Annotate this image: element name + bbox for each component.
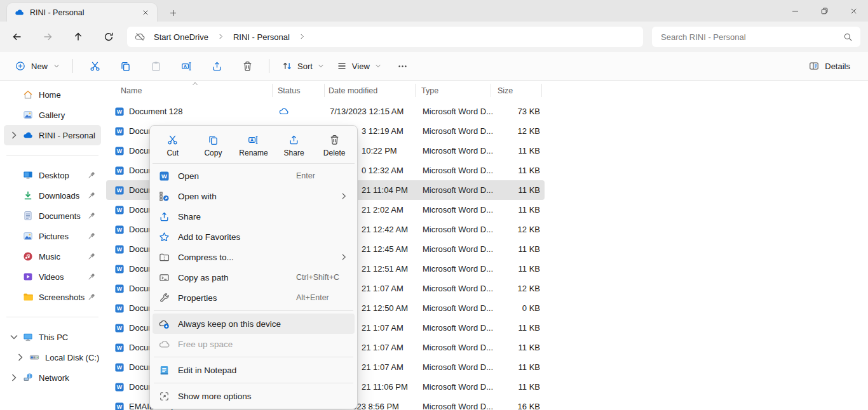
paste-button[interactable] — [143, 55, 168, 77]
column-header-type[interactable]: Type — [414, 86, 491, 95]
expand-chevron[interactable] — [9, 130, 19, 140]
sidebar-item-desktop[interactable]: Desktop — [4, 165, 101, 185]
menu-item-copy-as-path[interactable]: Copy as pathCtrl+Shift+C — [153, 267, 355, 288]
svg-text:W: W — [117, 128, 123, 135]
file-type: Microsoft Word D... — [416, 323, 492, 333]
pin-icon — [87, 232, 96, 241]
submenu-chevron-icon — [339, 192, 348, 201]
new-button[interactable]: New — [9, 56, 66, 76]
menu-item-label: Open — [178, 171, 288, 181]
sidebar-item-home[interactable]: Home — [4, 84, 101, 105]
minimize-button[interactable] — [780, 0, 810, 22]
column-divider[interactable] — [541, 84, 542, 97]
column-divider[interactable] — [491, 84, 491, 97]
copy-button[interactable] — [112, 55, 138, 77]
column-header-name[interactable]: Name — [105, 86, 272, 95]
svg-text:W: W — [117, 148, 123, 154]
column-headers: NameStatusDate modifiedTypeSize — [105, 81, 868, 101]
rename-button[interactable]: A — [173, 55, 199, 77]
new-tab-button[interactable] — [165, 5, 180, 20]
paste-icon — [151, 61, 161, 72]
pictures-icon — [23, 231, 33, 241]
quick-action-label: Share — [284, 149, 304, 157]
breadcrumb-chevron[interactable] — [299, 32, 306, 42]
sidebar-item-videos[interactable]: Videos — [4, 267, 101, 287]
column-divider[interactable] — [415, 84, 416, 97]
sidebar-item-label: Pictures — [39, 232, 69, 241]
see-more-button[interactable] — [390, 55, 416, 77]
quick-action-rename[interactable]: ARename — [234, 131, 273, 161]
file-size: 11 KB — [492, 343, 545, 352]
quick-action-cut[interactable]: Cut — [153, 131, 193, 161]
refresh-button[interactable] — [98, 27, 119, 47]
sidebar-item-network[interactable]: Network — [4, 367, 101, 388]
menu-item-add-to-favorites[interactable]: Add to Favorites — [153, 227, 355, 247]
expand-chevron[interactable] — [15, 352, 25, 362]
table-row[interactable]: WDocument 1287/13/2023 12:15 AMMicrosoft… — [106, 102, 545, 121]
sidebar-item-music[interactable]: Music — [4, 246, 101, 267]
file-date-modified: 7/13/2023 12:15 AM — [325, 107, 416, 116]
menu-item-properties[interactable]: PropertiesAlt+Enter — [153, 288, 355, 308]
sidebar-item-this-pc[interactable]: This PC — [4, 327, 101, 347]
sidebar-item-pictures[interactable]: Pictures — [4, 226, 101, 246]
up-button[interactable] — [68, 27, 88, 47]
quick-action-label: Delete — [323, 149, 346, 157]
sidebar-item-downloads[interactable]: Downloads — [4, 185, 101, 206]
share-button[interactable] — [204, 55, 229, 77]
details-button-label: Details — [825, 62, 850, 71]
menu-item-shortcut: Enter — [296, 171, 348, 180]
context-menu: CutCopyARenameShareDelete WOpenEnterOpen… — [149, 125, 358, 409]
column-divider[interactable] — [324, 84, 325, 97]
menu-item-compress-to[interactable]: Compress to... — [153, 247, 355, 267]
sidebar-item-documents[interactable]: Documents — [4, 206, 101, 226]
quick-action-share[interactable]: Share — [275, 131, 314, 161]
menu-item-open-with[interactable]: Open with — [153, 186, 355, 206]
menu-item-edit-in-notepad[interactable]: Edit in Notepad — [153, 360, 355, 380]
column-header-size[interactable]: Size — [491, 86, 543, 95]
forward-button[interactable] — [37, 27, 58, 47]
back-icon — [12, 32, 22, 42]
restore-button[interactable] — [810, 0, 839, 22]
sidebar-item-rini-personal[interactable]: RINI - Personal — [4, 125, 101, 145]
file-type: Microsoft Word D... — [416, 126, 492, 136]
context-menu-items: WOpenEnterOpen withShareAdd to Favorites… — [153, 164, 355, 406]
view-button[interactable]: View — [330, 56, 388, 76]
cut-button[interactable] — [82, 55, 107, 77]
tab-close-button[interactable] — [138, 5, 153, 20]
sidebar-item-gallery[interactable]: Gallery — [4, 105, 101, 125]
expand-chevron[interactable] — [9, 373, 19, 383]
sidebar-item-local-disk-c[interactable]: Local Disk (C:) — [4, 347, 101, 367]
column-header-status[interactable]: Status — [272, 86, 324, 95]
quick-action-delete[interactable]: Delete — [315, 131, 354, 161]
breadcrumb-rini-personal[interactable]: RINI - Personal — [231, 30, 292, 44]
svg-text:W: W — [117, 207, 123, 213]
sort-button[interactable]: Sort — [276, 56, 330, 76]
word-icon: W — [114, 126, 125, 136]
menu-item-free-up-space[interactable]: Free up space — [153, 334, 355, 354]
word-icon: W — [114, 244, 125, 255]
menu-item-show-more-options[interactable]: Show more options — [153, 386, 355, 406]
quick-action-copy[interactable]: Copy — [193, 131, 233, 161]
menu-item-open[interactable]: WOpenEnter — [153, 166, 355, 186]
search-input[interactable] — [660, 32, 843, 43]
copy-icon — [208, 135, 219, 145]
delete-button[interactable] — [234, 55, 260, 77]
open-with-icon — [159, 191, 170, 202]
sidebar-item-label: Local Disk (C:) — [45, 353, 99, 362]
sidebar-item-screenshots[interactable]: Screenshots — [4, 287, 101, 307]
menu-item-share[interactable]: Share — [153, 206, 355, 227]
column-divider[interactable] — [272, 84, 273, 97]
share-icon — [159, 211, 170, 222]
file-name: Document 128 — [129, 107, 183, 116]
word-icon: W — [114, 303, 125, 314]
breadcrumb-start-onedrive[interactable]: Start OneDrive — [151, 30, 211, 44]
breadcrumb[interactable]: Start OneDrive RINI - Personal — [127, 27, 643, 47]
breadcrumb-chevron[interactable] — [217, 32, 224, 42]
back-button[interactable] — [7, 27, 27, 47]
menu-item-always-keep-on-this-device[interactable]: Always keep on this device — [153, 314, 355, 334]
column-header-date-modified[interactable]: Date modified — [324, 86, 414, 95]
expand-chevron[interactable] — [9, 332, 19, 342]
details-button[interactable]: Details — [804, 56, 855, 76]
close-button[interactable] — [839, 0, 868, 22]
explorer-tab[interactable]: RINI - Personal — [6, 3, 158, 22]
